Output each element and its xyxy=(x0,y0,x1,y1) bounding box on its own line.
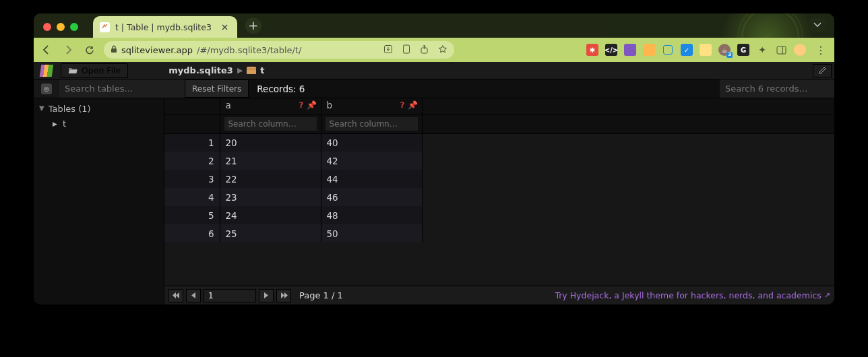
edit-toggle-button[interactable] xyxy=(813,64,832,77)
table-row[interactable]: 52448 xyxy=(164,206,834,224)
close-window-button[interactable] xyxy=(43,23,51,31)
cell[interactable]: 50 xyxy=(321,224,422,242)
page-input[interactable] xyxy=(204,289,256,302)
reset-filters-button[interactable]: Reset Filters xyxy=(185,79,249,98)
column-type-icon[interactable]: ? xyxy=(400,100,405,110)
first-page-button[interactable] xyxy=(168,289,183,302)
data-table: a ? 📌 b ? 📌 xyxy=(164,98,834,242)
sql-console-button[interactable]: ◎ xyxy=(34,79,59,98)
tab-title: t | Table | mydb.sqlite3 xyxy=(115,22,212,32)
cell-rest xyxy=(422,188,834,206)
sidebar-group-tables[interactable]: ▼ Tables (1) xyxy=(34,101,164,117)
cell-rest xyxy=(422,224,834,242)
search-records-input[interactable] xyxy=(720,79,834,98)
column-header-b[interactable]: b ? 📌 xyxy=(321,98,422,115)
next-page-button[interactable] xyxy=(259,289,274,302)
cell[interactable]: 24 xyxy=(220,206,321,224)
open-file-label: Open File xyxy=(82,65,121,75)
pin-column-icon[interactable]: 📌 xyxy=(307,100,317,110)
install-app-icon[interactable] xyxy=(383,44,393,56)
extension-icon[interactable] xyxy=(700,44,712,56)
cell[interactable]: 22 xyxy=(220,170,321,188)
back-button[interactable] xyxy=(39,42,54,57)
cell-rest xyxy=(422,170,834,188)
svg-rect-1 xyxy=(111,48,117,53)
breadcrumb-table[interactable]: t xyxy=(260,65,264,75)
prev-page-button[interactable] xyxy=(186,289,201,302)
lock-icon xyxy=(111,45,117,55)
table-row[interactable]: 12040 xyxy=(164,133,834,152)
cell[interactable]: 46 xyxy=(321,188,422,206)
search-tables-input[interactable] xyxy=(59,79,185,98)
column-header-a[interactable]: a ? 📌 xyxy=(220,98,321,115)
new-tab-button[interactable]: + xyxy=(245,18,261,34)
row-index-header xyxy=(164,98,220,115)
sidebar-group-label: Tables (1) xyxy=(49,104,91,114)
extension-icon[interactable]: ✓ xyxy=(681,44,693,56)
sidebar-item-label: t xyxy=(63,119,66,129)
url-host: sqliteviewer.app xyxy=(121,45,193,55)
extension-icon[interactable] xyxy=(662,44,674,56)
extensions-menu-icon[interactable]: ✦ xyxy=(756,44,768,56)
row-index: 4 xyxy=(164,188,220,206)
close-tab-button[interactable] xyxy=(220,22,230,32)
promo-link[interactable]: Try Hydejack, a Jekyll theme for hackers… xyxy=(555,290,830,300)
column-header-rest xyxy=(422,98,834,115)
reload-button[interactable] xyxy=(82,42,97,57)
bookmark-star-icon[interactable] xyxy=(438,44,447,56)
minimize-window-button[interactable] xyxy=(57,23,65,31)
browser-tab-strip: t | Table | mydb.sqlite3 + xyxy=(34,13,834,38)
cell[interactable]: 42 xyxy=(321,152,422,170)
row-index: 5 xyxy=(164,206,220,224)
pagination-footer: Page 1 / 1 Try Hydejack, a Jekyll theme … xyxy=(164,286,834,304)
address-bar[interactable]: sqliteviewer.app/#/mydb.sqlite3/table/t/ xyxy=(104,41,454,59)
browser-menu-icon[interactable]: ⋮ xyxy=(813,44,829,57)
svg-rect-5 xyxy=(777,46,786,54)
extension-icon[interactable] xyxy=(624,44,636,56)
cell[interactable]: 40 xyxy=(321,133,422,152)
extension-icon[interactable]: ☕3 xyxy=(718,44,731,56)
side-panel-icon[interactable] xyxy=(775,44,787,56)
address-bar-actions xyxy=(383,44,447,56)
column-search-a[interactable] xyxy=(224,117,317,131)
extension-icon[interactable] xyxy=(643,44,655,56)
cell[interactable]: 20 xyxy=(220,133,321,152)
browser-tab[interactable]: t | Table | mydb.sqlite3 xyxy=(93,16,237,38)
column-type-icon[interactable]: ? xyxy=(299,100,304,110)
pin-column-icon[interactable]: 📌 xyxy=(408,100,418,110)
url-path: /#/mydb.sqlite3/table/t/ xyxy=(197,45,301,55)
table-row[interactable]: 22142 xyxy=(164,152,834,170)
cell[interactable]: 48 xyxy=(321,206,422,224)
breadcrumb-db[interactable]: mydb.sqlite3 xyxy=(168,65,233,75)
maximize-window-button[interactable] xyxy=(70,23,78,31)
chevron-right-icon: ▶ xyxy=(53,121,57,127)
app-root: Open File mydb.sqlite3 ▶ t ◎ Reset Filte… xyxy=(34,62,834,304)
row-index: 2 xyxy=(164,152,220,170)
extension-icon[interactable]: G xyxy=(737,44,749,56)
extension-icon[interactable]: </> xyxy=(605,44,617,56)
cell[interactable]: 23 xyxy=(220,188,321,206)
table-row[interactable]: 42346 xyxy=(164,188,834,206)
breadcrumb-sep-icon: ▶ xyxy=(237,66,243,75)
external-link-icon: ↗ xyxy=(824,291,830,300)
cell[interactable]: 25 xyxy=(220,224,321,242)
table-viewport: a ? 📌 b ? 📌 xyxy=(164,98,834,304)
open-file-button[interactable]: Open File xyxy=(61,63,128,78)
cell[interactable]: 21 xyxy=(220,152,321,170)
reader-icon[interactable] xyxy=(402,44,410,56)
table-row[interactable]: 32244 xyxy=(164,170,834,188)
browser-toolbar: sqliteviewer.app/#/mydb.sqlite3/table/t/… xyxy=(34,38,834,62)
share-icon[interactable] xyxy=(420,44,429,56)
profile-avatar[interactable] xyxy=(794,44,806,56)
last-page-button[interactable] xyxy=(276,289,291,302)
column-search-b[interactable] xyxy=(326,117,418,131)
cell[interactable]: 44 xyxy=(321,170,422,188)
tabs-overflow-button[interactable] xyxy=(809,18,826,32)
table-row[interactable]: 62550 xyxy=(164,224,834,242)
app-logo xyxy=(34,65,59,77)
forward-button[interactable] xyxy=(61,42,75,57)
svg-rect-0 xyxy=(101,23,109,31)
row-index: 1 xyxy=(164,133,220,152)
extension-icon[interactable]: ✱ xyxy=(586,44,598,56)
sidebar-item-table[interactable]: ▶ t xyxy=(34,117,164,131)
